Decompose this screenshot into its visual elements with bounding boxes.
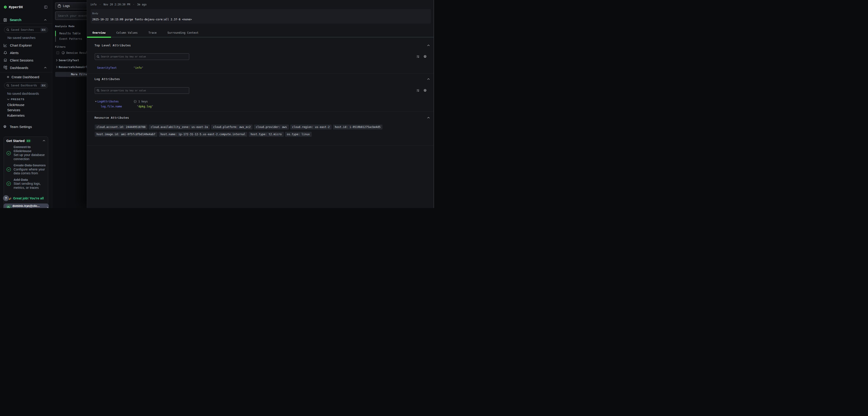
resource-chip[interactable]: os.type: linux	[285, 132, 312, 137]
denoise-icon	[62, 51, 65, 54]
gear-icon[interactable]	[423, 55, 427, 58]
chevron-up-icon[interactable]	[427, 78, 430, 80]
search-icon	[97, 89, 99, 92]
attribute-value[interactable]: "info"	[133, 66, 143, 69]
tab-surrounding-context[interactable]: Surrounding Context	[162, 31, 204, 37]
help-button[interactable]: ?	[3, 195, 9, 201]
sidebar-item-label: Client Sessions	[10, 58, 33, 62]
layout-dashboard-icon	[4, 66, 7, 69]
preset-item-clickhouse[interactable]: ClickHouse	[0, 102, 52, 108]
user-menu[interactable]: D dominic.tran@clic... dominic.tran@clic…	[3, 204, 49, 208]
sidebar-item-dashboards[interactable]: Dashboards	[0, 64, 52, 71]
attribute-key[interactable]: SeverityText	[97, 66, 133, 69]
app-title: HyperDX	[9, 5, 23, 9]
tab-column-values[interactable]: Column Values	[111, 31, 143, 37]
gear-icon[interactable]	[423, 89, 427, 92]
get-started-badge: 3/3	[26, 139, 31, 143]
preset-item-services[interactable]: Services	[0, 108, 52, 113]
source-selector-label: Logs	[63, 4, 70, 8]
caret-down-icon[interactable]	[95, 101, 97, 102]
attribute-group-meta: {} 1 keys	[133, 100, 148, 103]
resource-chip[interactable]: host.name: ip-172-31-12-5.us-east-2.comp…	[159, 132, 248, 137]
filter-group-label: ResourceSchemaUrl	[59, 65, 88, 69]
resource-chip[interactable]: host.id: i-0510b81275acbe4d5	[333, 125, 382, 129]
preset-label: ClickHouse	[7, 103, 24, 107]
resource-chip[interactable]: cloud.region: us-east-2	[290, 125, 332, 129]
attribute-key[interactable]: log.file.name	[101, 105, 137, 108]
attribute-group-row[interactable]: LogAttributes {} 1 keys	[95, 100, 434, 103]
line-chart-icon	[4, 43, 7, 47]
search-section-icon	[4, 18, 7, 22]
party-popper-icon	[8, 197, 12, 200]
saved-dashboards-placeholder: Saved Dashboards	[11, 84, 37, 87]
resource-chip[interactable]: host.type: t2.micro	[249, 132, 283, 137]
sidebar-divider	[0, 72, 52, 72]
no-saved-searches-text: No saved searches	[7, 36, 52, 39]
avatar-initial: D	[7, 206, 9, 208]
resource-chip[interactable]: cloud.platform: aws_ec2	[211, 125, 252, 129]
saved-searches-placeholder: Saved Searches	[11, 28, 34, 31]
search-icon	[97, 55, 99, 58]
create-dashboard-button[interactable]: Create Dashboard	[7, 75, 52, 80]
tab-overview[interactable]: Overview	[87, 31, 111, 37]
check-circle-icon	[6, 151, 11, 155]
chevron-up-icon[interactable]	[427, 117, 430, 118]
preset-item-kubernetes[interactable]: Kubernetes	[0, 113, 52, 118]
sidebar-item-chart-explorer[interactable]: Chart Explorer	[0, 41, 52, 49]
chevron-up-icon[interactable]	[44, 67, 46, 68]
section-title: Top Level Attributes	[94, 43, 131, 47]
attribute-value[interactable]: "dpkg.log"	[137, 105, 153, 108]
app-logo: HyperDX	[4, 3, 47, 11]
attribute-row[interactable]: SeverityText "info"	[97, 66, 434, 69]
saved-searches-input[interactable]: Saved Searches ⌘K	[4, 27, 48, 33]
attribute-group-key[interactable]: LogAttributes	[97, 100, 133, 103]
filter-group-label: SeverityText	[59, 59, 79, 62]
event-relative-time: 3m ago	[137, 3, 147, 6]
avatar: D	[6, 205, 11, 208]
get-started-item[interactable]: Add Data Start sending logs, metrics, or…	[6, 178, 47, 190]
section-title: Resource Attributes	[94, 116, 129, 119]
chevron-up-icon[interactable]	[43, 140, 45, 142]
search-icon	[6, 84, 9, 87]
sidebar-item-label: Dashboards	[10, 66, 28, 70]
sidebar-item-alerts[interactable]: Alerts	[0, 49, 52, 57]
presets-toggle[interactable]: PRESETS	[7, 97, 52, 101]
top-level-attributes-search-input[interactable]: Search properties by key or value	[95, 53, 189, 60]
resource-chip[interactable]: host.image.id: ami-0f5fcdfbd140e4ab7	[95, 132, 157, 137]
panel-left-icon	[44, 6, 47, 8]
chevron-up-icon[interactable]	[427, 44, 430, 46]
resource-attributes-header: Resource Attributes	[94, 116, 430, 119]
sidebar-item-label: Alerts	[10, 51, 19, 55]
saved-dashboards-input[interactable]: Saved Dashboards ⌘K	[4, 83, 48, 88]
braces-icon: {}	[133, 100, 137, 103]
chevron-right-icon	[56, 66, 57, 68]
denoise-checkbox[interactable]	[56, 51, 59, 54]
team-settings-button[interactable]: Team Settings	[3, 123, 52, 130]
resource-chip[interactable]: cloud.availability_zone: us-east-2a	[149, 125, 210, 129]
help-label: ?	[5, 196, 7, 200]
chevron-up-icon[interactable]	[44, 19, 46, 21]
attribute-row[interactable]: log.file.name "dpkg.log"	[101, 105, 434, 108]
wrap-lines-icon[interactable]	[416, 89, 419, 92]
get-started-item[interactable]: Create Data Sources Configure where your…	[6, 164, 47, 175]
event-detail-drawer: info · Nov 20 2:20:30 PM · 3m ago Body 2…	[87, 0, 434, 208]
get-started-item-title: Connect to ClickHouse	[13, 145, 47, 153]
wrap-lines-icon[interactable]	[416, 55, 419, 58]
section-title: Log Attributes	[94, 77, 120, 81]
get-started-item-title: Create Data Sources	[13, 164, 47, 168]
sidebar-collapse-button[interactable]	[44, 6, 47, 8]
sidebar-item-client-sessions[interactable]: Client Sessions	[0, 57, 52, 64]
resource-chip[interactable]: cloud.provider: aws	[254, 125, 289, 129]
hyperdx-logo-icon	[4, 5, 7, 9]
team-settings-label: Team Settings	[10, 125, 32, 129]
chevron-right-icon	[47, 207, 49, 208]
tab-trace[interactable]: Trace	[143, 31, 162, 37]
no-saved-dashboards-text: No saved dashboards	[7, 92, 52, 95]
get-started-item[interactable]: Connect to ClickHouse Set up your databa…	[6, 145, 47, 161]
resource-chip[interactable]: cloud.account.id: 244449518788	[95, 125, 148, 129]
log-attributes-search-input[interactable]: Search properties by key or value	[95, 87, 189, 94]
check-circle-icon	[6, 167, 11, 172]
dot-separator: ·	[99, 3, 101, 6]
get-started-item-title: Add Data	[13, 178, 47, 182]
sidebar-item-search[interactable]: Search	[4, 17, 46, 23]
